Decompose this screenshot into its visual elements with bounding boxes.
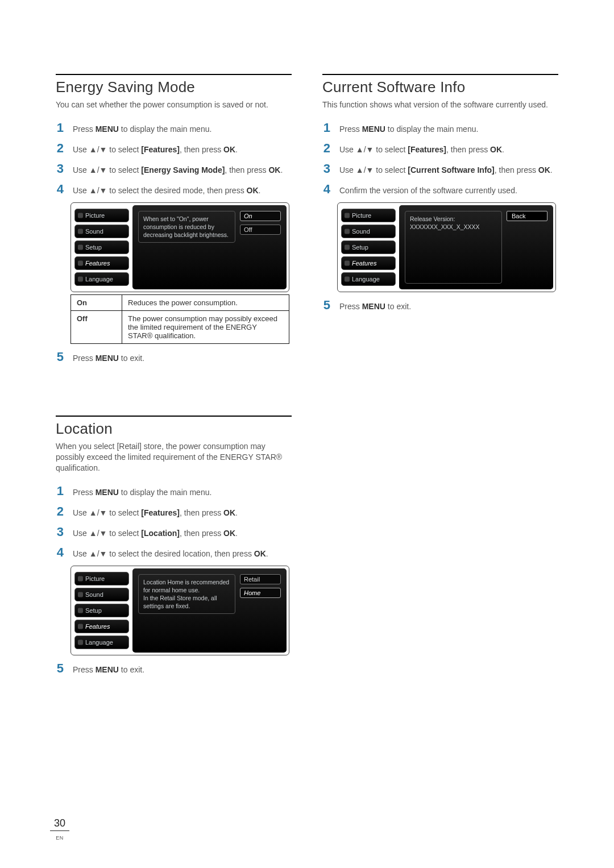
step-num: 3 bbox=[56, 161, 64, 176]
t: to exit. bbox=[119, 665, 144, 674]
label: Features bbox=[352, 260, 376, 267]
menu-screenshot-csi: Picture Sound Setup Features Language Re… bbox=[337, 202, 556, 292]
menu-item-features[interactable]: Features bbox=[74, 256, 129, 270]
menu-item-picture[interactable]: Picture bbox=[74, 209, 129, 222]
menu-item-setup[interactable]: Setup bbox=[341, 240, 396, 254]
steps-energy-tail: 5 Press MENU to exit. bbox=[56, 350, 292, 364]
step-text: Use ▲/▼ to select the desired mode, then… bbox=[73, 185, 260, 196]
table-row: Off The power consumption may possibly e… bbox=[71, 310, 289, 343]
step-text: Press MENU to display the main menu. bbox=[73, 487, 211, 498]
menu-nav: Picture Sound Setup Features Language bbox=[340, 205, 397, 289]
square-icon bbox=[345, 213, 350, 218]
t: to exit. bbox=[119, 354, 144, 363]
t: , then press bbox=[180, 145, 223, 154]
menu-item-language[interactable]: Language bbox=[341, 272, 396, 286]
step-num: 1 bbox=[322, 121, 330, 135]
ok-kw: OK bbox=[223, 529, 235, 538]
arrows-icon: ▲/▼ bbox=[356, 145, 374, 154]
menu-item-picture[interactable]: Picture bbox=[341, 209, 396, 222]
back-button[interactable]: Back bbox=[507, 211, 547, 221]
menu-description: When set to "On", power consumption is r… bbox=[138, 211, 235, 243]
t: to display the main menu. bbox=[385, 124, 478, 134]
step-num: 4 bbox=[56, 545, 64, 560]
t: Use bbox=[339, 165, 356, 175]
menu-options: On Off bbox=[240, 211, 281, 284]
t: Press bbox=[73, 488, 96, 497]
step-text: Press MENU to display the main menu. bbox=[339, 124, 478, 135]
label: Setup bbox=[85, 607, 102, 614]
step-num: 4 bbox=[56, 182, 64, 197]
menu-item-sound[interactable]: Sound bbox=[74, 588, 129, 601]
ok-kw: OK bbox=[490, 145, 502, 154]
label: Setup bbox=[352, 244, 368, 251]
t: to select bbox=[107, 529, 141, 538]
arrows-icon: ▲/▼ bbox=[356, 165, 374, 175]
t: When you select bbox=[56, 442, 117, 451]
page-lang: EN bbox=[56, 835, 64, 841]
menu-item-language[interactable]: Language bbox=[74, 636, 129, 649]
square-icon bbox=[78, 624, 83, 629]
menu-item-language[interactable]: Language bbox=[74, 272, 129, 286]
t: Press bbox=[339, 124, 362, 134]
menu-item-sound[interactable]: Sound bbox=[341, 225, 396, 238]
t: Use bbox=[73, 165, 89, 175]
section-title-csi: Current Software Info bbox=[322, 78, 558, 96]
menu-panel: When set to "On", power consumption is r… bbox=[132, 205, 287, 289]
t: Press bbox=[339, 302, 362, 311]
features-kw: [Features] bbox=[141, 508, 180, 517]
square-icon bbox=[345, 229, 350, 234]
menu-item-sound[interactable]: Sound bbox=[74, 225, 129, 238]
menu-item-picture[interactable]: Picture bbox=[74, 572, 129, 585]
option-home[interactable]: Home bbox=[240, 588, 281, 598]
label: Language bbox=[85, 639, 113, 646]
square-icon bbox=[78, 639, 83, 645]
square-icon bbox=[345, 260, 350, 265]
option-retail[interactable]: Retail bbox=[240, 574, 281, 584]
section-intro-energy: You can set whether the power consumptio… bbox=[56, 99, 292, 110]
section-title-location: Location bbox=[56, 420, 292, 438]
step-num: 3 bbox=[56, 525, 64, 539]
t: . bbox=[235, 529, 238, 538]
step-text: Use ▲/▼ to select [Current Software Info… bbox=[339, 165, 553, 176]
cell-on-val: Reduces the power consumption. bbox=[122, 294, 289, 310]
t: . bbox=[235, 145, 238, 154]
t: . bbox=[235, 508, 238, 517]
retail-kw: [Retail] bbox=[117, 442, 142, 451]
t: . bbox=[502, 145, 504, 154]
step-text: Use ▲/▼ to select the desired location, … bbox=[73, 549, 268, 559]
arrows-icon: ▲/▼ bbox=[89, 145, 107, 154]
cell-off-key: Off bbox=[71, 310, 122, 343]
t: , then press bbox=[180, 508, 223, 517]
menu-panel: Release Version: XXXXXXX_XXX_X_XXXX Back bbox=[399, 205, 553, 289]
t: Use bbox=[73, 529, 89, 538]
step-text: Press MENU to exit. bbox=[339, 301, 411, 312]
square-icon bbox=[345, 276, 350, 281]
t: Press bbox=[73, 665, 96, 674]
t: Use bbox=[73, 508, 89, 517]
ok-kw: OK bbox=[254, 549, 266, 558]
menu-item-setup[interactable]: Setup bbox=[74, 604, 129, 617]
option-off[interactable]: Off bbox=[240, 225, 281, 235]
label: Picture bbox=[352, 212, 371, 219]
t: Use bbox=[73, 549, 89, 558]
menu-item-setup[interactable]: Setup bbox=[74, 240, 129, 254]
menu-item-features[interactable]: Features bbox=[341, 256, 396, 270]
t: , then press bbox=[495, 165, 538, 175]
label: Sound bbox=[352, 228, 370, 235]
menu-nav: Picture Sound Setup Features Language bbox=[73, 205, 130, 289]
option-on[interactable]: On bbox=[240, 211, 281, 221]
step-num: 4 bbox=[322, 182, 330, 197]
step-text: Press MENU to exit. bbox=[73, 665, 144, 675]
menu-panel: Location Home is recommended for normal … bbox=[132, 568, 287, 653]
t: Press bbox=[73, 124, 96, 134]
t: . bbox=[550, 165, 553, 175]
section-rule bbox=[56, 74, 292, 75]
label: Picture bbox=[85, 575, 105, 582]
arrows-icon: ▲/▼ bbox=[89, 186, 107, 195]
page-footer: 30 EN bbox=[50, 817, 69, 842]
arrows-icon: ▲/▼ bbox=[89, 549, 107, 558]
arrows-icon: ▲/▼ bbox=[89, 508, 107, 517]
step-text: Press MENU to display the main menu. bbox=[73, 124, 211, 135]
menu-item-features[interactable]: Features bbox=[74, 620, 129, 633]
step-num: 3 bbox=[322, 161, 330, 176]
